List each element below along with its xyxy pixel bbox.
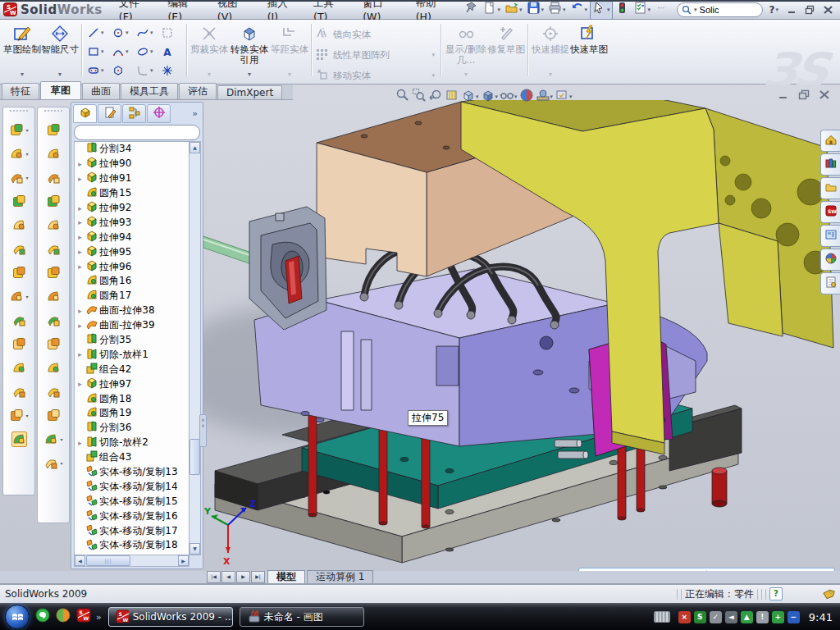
expand-arrow[interactable]: ▸ [76, 439, 84, 447]
toolbar-grip[interactable] [44, 110, 62, 115]
dropdown-caret[interactable]: ▾ [569, 94, 573, 100]
offset-caret[interactable]: ▾ [288, 71, 291, 80]
tree-item[interactable]: 圆角16 [75, 274, 189, 289]
ruled-surface-button[interactable] [46, 308, 62, 332]
sketch-point-button[interactable]: ▾ [43, 427, 62, 451]
doc-close-button[interactable] [819, 89, 830, 100]
draft-button[interactable] [11, 261, 27, 285]
apply-scene-button[interactable]: ▾ [536, 88, 554, 106]
network-warning-icon[interactable]: ! [756, 611, 769, 623]
tree-horizontal-scrollbar[interactable]: ◀ ||| ▶ [74, 555, 189, 567]
pin-button[interactable] [463, 0, 480, 19]
smart-dimension-caret[interactable]: ▾ [58, 71, 62, 80]
tree-item[interactable]: 分割35 [75, 333, 189, 348]
rectangle-caret[interactable]: ▾ [101, 48, 104, 55]
sphere-shortcut[interactable] [56, 608, 71, 626]
measure-button[interactable] [11, 427, 27, 451]
shell-button[interactable] [11, 213, 27, 237]
expand-arrow[interactable]: ▸ [76, 262, 84, 271]
dropdown-caret[interactable]: ▾ [519, 7, 523, 13]
extruded-boss-button[interactable]: ▾ [9, 118, 28, 142]
arc-tool[interactable]: ▾ [110, 42, 135, 61]
volume-icon[interactable]: ◄ [725, 611, 737, 623]
help-caret[interactable]: ▾ [775, 7, 778, 13]
view-settings-button[interactable]: ▾ [555, 88, 573, 106]
undo-button[interactable]: ▾ [568, 0, 590, 19]
chamfer-button[interactable] [11, 189, 27, 213]
previous-view-button[interactable] [428, 88, 443, 106]
search-box[interactable]: ▾ [677, 2, 762, 17]
tab-特征[interactable]: 特征 [2, 83, 39, 99]
start-button[interactable] [5, 605, 30, 629]
dropdown-caret[interactable]: ▾ [495, 94, 499, 100]
custom-properties-tab[interactable] [820, 272, 840, 294]
tree-item[interactable]: 圆角18 [75, 391, 189, 406]
tree-item[interactable]: 圆角15 [75, 186, 189, 201]
update-check-icon[interactable]: ✓ [710, 611, 722, 623]
circle-tool[interactable]: ▾ [110, 23, 135, 42]
solidworks-resources-tab[interactable]: SW [820, 201, 840, 223]
open-button[interactable]: ▾ [503, 0, 524, 19]
tree-item[interactable]: 实体-移动/复制13 [75, 465, 189, 480]
tab-草图[interactable]: 草图 [40, 81, 81, 99]
trim-caret[interactable]: ▾ [208, 71, 211, 80]
filled-surface-button[interactable] [46, 237, 62, 261]
planar-surface-button[interactable] [46, 261, 62, 285]
doc-restore-button[interactable] [798, 89, 810, 100]
search-input[interactable] [700, 5, 747, 15]
tree-item[interactable]: ▸拉伸96 [75, 259, 189, 274]
split-button[interactable] [11, 332, 27, 356]
ellipse-tool[interactable]: ▾ [135, 42, 159, 61]
fillet-button[interactable]: ▾ [9, 166, 28, 189]
print-button[interactable]: ▾ [546, 0, 568, 19]
dropdown-caret[interactable]: ▾ [476, 94, 479, 100]
sketch-fillet-tool[interactable]: ▾ [135, 61, 159, 80]
circle-caret[interactable]: ▾ [126, 30, 129, 36]
rectangle-tool[interactable]: ▾ [85, 42, 110, 61]
3d-model-scene[interactable]: Y Z X [203, 100, 840, 571]
move-entities-row[interactable]: 移动实体▾ [315, 67, 438, 84]
motion-nav-button-3[interactable]: ▶| [251, 571, 265, 583]
line-caret[interactable]: ▾ [101, 30, 104, 36]
combine-button[interactable] [11, 356, 27, 380]
tree-item[interactable]: 圆角17 [75, 289, 189, 304]
spline-tool[interactable]: ▾ [135, 23, 159, 42]
antivirus-shield-icon[interactable]: S [694, 611, 706, 623]
tree-item[interactable]: ▸拉伸93 [75, 215, 189, 230]
rapid-sketch-button[interactable]: 快速草图 [569, 20, 609, 80]
quick-launch-overflow[interactable]: » [96, 612, 102, 623]
scroll-down-arrow[interactable]: ▼ [189, 543, 200, 555]
motion-nav-button-0[interactable]: |◀ [207, 571, 221, 583]
tree-item[interactable]: ▸拉伸90 [75, 157, 189, 171]
expand-arrow[interactable]: ▸ [76, 160, 84, 168]
dropdown-caret[interactable]: ▾ [563, 7, 566, 13]
model-tab-模型[interactable]: 模型 [267, 570, 305, 583]
linear-pattern-button[interactable]: ▾ [9, 285, 28, 308]
tab-曲面[interactable]: 曲面 [82, 83, 120, 99]
tree-item[interactable]: 实体-移动/复制17 [75, 523, 189, 538]
sketch-draw-caret[interactable]: ▾ [21, 71, 24, 80]
tree-item[interactable]: ▸曲面-拉伸39 [75, 318, 189, 333]
expand-arrow[interactable]: ▸ [76, 380, 84, 388]
delete-face-button[interactable] [46, 332, 62, 356]
tree-item[interactable]: 组合42 [75, 362, 189, 377]
sketch-fillet-caret[interactable]: ▾ [150, 67, 153, 74]
featuremanager-tab[interactable] [73, 104, 97, 123]
configurationmanager-tab[interactable] [122, 104, 146, 123]
dropdown-caret[interactable]: ▾ [607, 7, 610, 13]
messenger-shortcut[interactable] [35, 608, 50, 626]
trim-entities-button[interactable]: 剪裁实体 ▾ [190, 20, 228, 80]
dropdown-caret[interactable]: ▾ [25, 413, 28, 418]
offset-entities-button[interactable]: 等距实体 ▾ [271, 20, 308, 80]
display-delete-caret[interactable]: ▾ [464, 71, 468, 80]
tree-item[interactable]: 实体-移动/复制15 [75, 494, 189, 509]
extend-surface-button[interactable] [46, 380, 62, 404]
panel-overflow-chevron[interactable]: » [192, 108, 201, 119]
expand-arrow[interactable]: ▸ [76, 350, 84, 358]
clock[interactable]: 9:41 [809, 611, 833, 623]
revolved-boss-button[interactable]: ▾ [9, 142, 28, 166]
horizontal-scroll-thumb[interactable]: ||| [86, 555, 130, 566]
dropdown-caret[interactable]: ▾ [431, 72, 438, 79]
tag-icon[interactable] [822, 588, 835, 600]
boundary-surface-button[interactable] [46, 213, 62, 237]
